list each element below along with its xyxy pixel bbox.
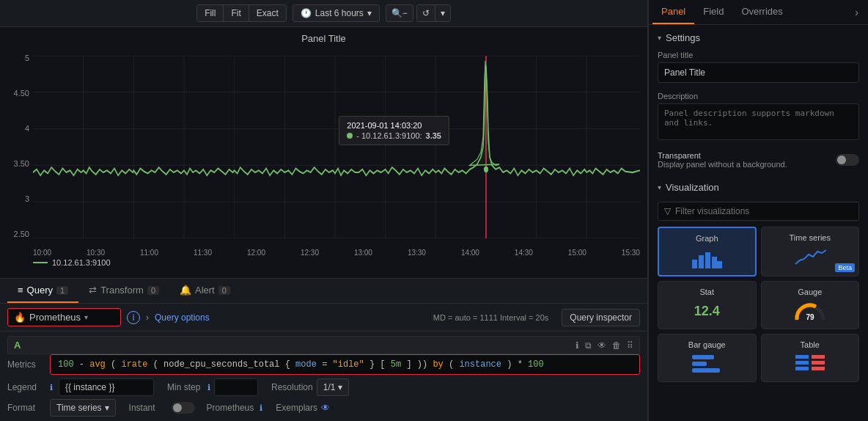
toggle-viz-icon[interactable]: 👁: [597, 340, 606, 351]
viz-gauge-label: Gauge: [798, 288, 822, 296]
right-panel-arrow[interactable]: ›: [849, 2, 864, 23]
duplicate-icon[interactable]: ⧉: [585, 340, 592, 351]
time-range-picker[interactable]: 🕐 Last 6 hours ▾: [293, 4, 380, 22]
resolution-select[interactable]: 1/1 ▾: [317, 378, 350, 396]
delete-icon[interactable]: 🗑: [612, 340, 621, 351]
svg-rect-34: [812, 367, 825, 370]
code-paren1: (: [111, 359, 116, 370]
fire-icon: 🔥: [14, 312, 26, 323]
tab-query[interactable]: ≡ Query 1: [7, 279, 78, 303]
prometheus-label: Prometheus: [207, 403, 254, 413]
settings-section-header[interactable]: ▾ Settings: [649, 25, 868, 48]
format-value: Time series: [56, 403, 102, 413]
visualization-section-header[interactable]: ▾ Visualization: [649, 175, 868, 197]
query-input[interactable]: 100 - avg ( irate ( node_cpu_seconds_tot…: [50, 354, 640, 375]
tab-alert[interactable]: 🔔 Alert 0: [169, 279, 240, 303]
x-label-1400: 14:00: [461, 249, 479, 257]
visualization-section-title: Visualization: [666, 182, 719, 193]
right-tab-panel[interactable]: Panel: [652, 0, 694, 24]
format-select[interactable]: Time series ▾: [50, 399, 116, 417]
instant-label: Instant: [129, 403, 166, 413]
instant-toggle[interactable]: [172, 402, 195, 414]
format-chevron-icon: ▾: [105, 403, 109, 413]
zoom-mode-group: Fill Fit Exact: [196, 4, 287, 22]
svg-rect-22: [705, 252, 710, 268]
resolution-group: Resolution 1/1 ▾: [271, 378, 349, 396]
table-icon: [794, 352, 826, 376]
metrics-row: Metrics 100 - avg ( irate ( node_cpu_sec…: [7, 354, 640, 375]
x-label-1230: 12:30: [301, 249, 319, 257]
y-label-4: 4: [4, 124, 29, 133]
fit-button[interactable]: Fit: [224, 5, 249, 21]
datasource-select[interactable]: 🔥 Prometheus ▾: [7, 308, 121, 326]
transparent-toggle[interactable]: [836, 154, 859, 166]
code-irate: irate: [121, 359, 147, 370]
visualization-chevron-icon: ▾: [658, 183, 661, 191]
alert-tab-label: Alert: [195, 285, 215, 296]
panel-title-label: Panel title: [658, 51, 859, 59]
panel-title-input[interactable]: [658, 62, 859, 83]
legend-info-icon: ℹ: [50, 383, 53, 392]
query-inspector-button[interactable]: Query inspector: [562, 309, 640, 326]
viz-filter-input[interactable]: [675, 206, 853, 216]
chevron-right-icon: ›: [146, 312, 149, 323]
code-mode-key: mode: [295, 359, 317, 370]
chart-legend: 10.12.61.3:9100: [0, 257, 647, 270]
x-label-1330: 13:30: [408, 249, 426, 257]
right-tab-overrides[interactable]: Overrides: [732, 0, 791, 24]
description-label: Description: [658, 92, 859, 100]
eye-icon[interactable]: 👁: [321, 403, 330, 413]
refresh-button[interactable]: ↺: [417, 5, 435, 21]
viz-card-graph[interactable]: Graph: [658, 227, 757, 277]
zoom-out-button[interactable]: 🔍−: [386, 4, 413, 22]
x-label-1500: 15:00: [568, 249, 586, 257]
svg-rect-26: [692, 355, 714, 359]
x-label-1030: 10:30: [87, 249, 105, 257]
drag-icon[interactable]: ⠿: [627, 340, 633, 351]
viz-graph-label: Graph: [696, 234, 718, 243]
legend-row: Legend ℹ Min step ℹ Resolution 1/1 ▾: [7, 378, 640, 396]
svg-rect-20: [692, 260, 697, 268]
svg-rect-32: [812, 361, 825, 365]
tab-transform[interactable]: ⇄ Transform 0: [78, 279, 169, 303]
exact-button[interactable]: Exact: [249, 5, 286, 21]
viz-card-table[interactable]: Table: [761, 334, 860, 382]
fill-button[interactable]: Fill: [197, 5, 224, 21]
resolution-label: Resolution: [271, 382, 313, 392]
viz-timeseries-label: Time series: [790, 233, 831, 242]
code-idle: "idle": [333, 359, 364, 370]
right-tab-field[interactable]: Field: [694, 0, 732, 24]
chart-title: Panel Title: [0, 27, 647, 50]
legend-input[interactable]: [59, 378, 154, 396]
viz-card-bar-gauge[interactable]: Bar gauge: [658, 334, 757, 382]
bar-gauge-icon: [691, 352, 723, 376]
visualization-section: ▽ Graph Time series: [649, 197, 868, 387]
code-mult: *: [518, 359, 528, 370]
code-avg: avg: [89, 359, 106, 370]
query-options-link[interactable]: Query options: [155, 312, 210, 323]
exemplars-group: Exemplars 👁: [276, 403, 330, 413]
right-panel-tabs: Panel Field Overrides ›: [649, 0, 868, 25]
code-metric: node_cpu_seconds_total: [163, 359, 279, 370]
y-label-3: 3: [4, 194, 29, 203]
minstep-info-icon: ℹ: [207, 383, 210, 392]
datasource-info-button[interactable]: i: [127, 311, 140, 324]
minstep-input[interactable]: [214, 378, 258, 396]
instant-toggle-thumb: [173, 403, 182, 412]
transparent-toggle-thumb: [837, 155, 846, 164]
description-textarea[interactable]: [658, 103, 859, 140]
chart-svg: [33, 56, 640, 238]
transparent-row: Transparent Display panel without a back…: [649, 148, 868, 175]
viz-card-stat[interactable]: Stat 12.4: [658, 281, 757, 329]
code-by-paren: (: [449, 359, 454, 370]
info-icon[interactable]: ℹ: [575, 340, 579, 351]
viz-bargauge-label: Bar gauge: [688, 340, 726, 349]
viz-card-time-series[interactable]: Time series Beta: [761, 227, 860, 277]
query-tab-badge: 1: [56, 286, 68, 295]
refresh-chevron-button[interactable]: ▾: [435, 5, 450, 21]
viz-card-gauge[interactable]: Gauge 79: [761, 281, 860, 329]
code-5m: 5m: [391, 359, 401, 370]
svg-rect-29: [795, 355, 809, 359]
viz-filter[interactable]: ▽: [658, 202, 859, 221]
datasource-name: Prometheus: [29, 312, 81, 323]
